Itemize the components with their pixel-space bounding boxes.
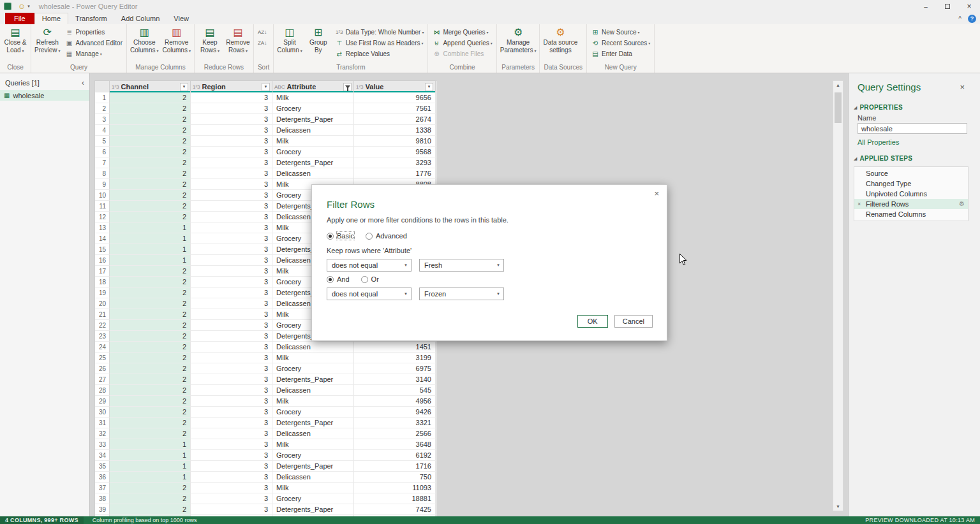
enter-data-button[interactable]: ▤Enter Data xyxy=(588,48,653,59)
row-number-cell[interactable]: 2 xyxy=(95,103,110,114)
row-number-cell[interactable]: 1 xyxy=(95,92,110,103)
cell-value[interactable]: 9656 xyxy=(354,92,436,103)
advanced-editor-button[interactable]: ▣Advanced Editor xyxy=(63,38,125,48)
close-load-button[interactable]: ▤Close &Load▾ xyxy=(1,25,29,55)
row-number-cell[interactable]: 38 xyxy=(95,493,110,504)
cell-region[interactable]: 3 xyxy=(191,504,272,515)
row-number-cell[interactable]: 28 xyxy=(95,385,110,396)
row-number-cell[interactable]: 7 xyxy=(95,157,110,168)
cell-channel[interactable]: 2 xyxy=(110,201,191,212)
cell-channel[interactable]: 2 xyxy=(110,418,191,428)
cell-channel[interactable]: 2 xyxy=(110,266,191,277)
applied-step-source[interactable]: Source xyxy=(854,168,968,178)
data-type-whole-number-button[interactable]: 1²3Data Type: Whole Number▾ xyxy=(332,27,427,38)
tab-file[interactable]: File xyxy=(5,13,34,24)
cell-channel[interactable]: 2 xyxy=(110,298,191,309)
cell-channel[interactable]: 2 xyxy=(110,396,191,407)
data-source-settings-button[interactable]: ⚙Data sourcesettings xyxy=(541,25,579,55)
vertical-scrollbar[interactable]: ▲ ▼ xyxy=(833,80,843,511)
cell-channel[interactable]: 2 xyxy=(110,353,191,363)
cell-region[interactable]: 3 xyxy=(191,136,272,147)
cell-attribute[interactable]: Grocery xyxy=(272,147,354,157)
step-settings-gear-icon[interactable]: ⚙ xyxy=(959,199,965,209)
cell-attribute[interactable]: Grocery xyxy=(272,363,354,374)
cell-region[interactable]: 3 xyxy=(191,222,272,233)
applied-step-renamed-columns[interactable]: Renamed Columns xyxy=(854,209,968,219)
new-source-button[interactable]: ⊞New Source▾ xyxy=(588,27,653,38)
cell-attribute[interactable]: Detergents_Paper xyxy=(272,157,354,168)
refresh-preview-button[interactable]: ⟳RefreshPreview▾ xyxy=(33,25,63,55)
applied-steps-section-header[interactable]: ◢ APPLIED STEPS xyxy=(854,155,912,162)
manage-parameters-button[interactable]: ⚙ManageParameters▾ xyxy=(498,25,538,55)
cell-channel[interactable]: 2 xyxy=(110,374,191,385)
combine-files-button[interactable]: ⊕Combine Files xyxy=(429,48,494,59)
row-number-cell[interactable]: 3 xyxy=(95,114,110,125)
basic-radio[interactable] xyxy=(327,233,334,240)
filter-dropdown-icon[interactable]: ▼ xyxy=(262,83,270,91)
collapse-pane-icon[interactable]: ‹ xyxy=(82,79,84,87)
cell-value[interactable]: 3293 xyxy=(354,157,436,168)
cell-channel[interactable]: 1 xyxy=(110,450,191,461)
cell-region[interactable]: 3 xyxy=(191,287,272,298)
cell-value[interactable]: 1776 xyxy=(354,168,436,179)
cell-value[interactable]: 18881 xyxy=(354,493,436,504)
number-type-icon[interactable]: 1²3 xyxy=(356,84,364,90)
cell-region[interactable]: 3 xyxy=(191,353,272,363)
cell-channel[interactable]: 2 xyxy=(110,168,191,179)
cell-channel[interactable]: 2 xyxy=(110,309,191,320)
number-type-icon[interactable]: 1²3 xyxy=(112,84,119,90)
cell-region[interactable]: 3 xyxy=(191,450,272,461)
cell-channel[interactable]: 1 xyxy=(110,222,191,233)
chevron-down-icon[interactable]: ▾ xyxy=(27,4,30,9)
row-number-cell[interactable]: 21 xyxy=(95,309,110,320)
minimize-button[interactable]: – xyxy=(915,0,937,13)
cell-value[interactable]: 2674 xyxy=(354,114,436,125)
cell-attribute[interactable]: Milk xyxy=(272,353,354,363)
cell-value[interactable]: 3199 xyxy=(354,353,436,363)
help-icon[interactable]: ? xyxy=(968,15,976,23)
row-number-cell[interactable]: 37 xyxy=(95,483,110,493)
basic-radio-label[interactable]: Basic xyxy=(337,232,354,240)
row-number-cell[interactable]: 26 xyxy=(95,363,110,374)
cell-channel[interactable]: 2 xyxy=(110,428,191,439)
column-header-region[interactable]: 1²3 Region ▼ xyxy=(191,81,272,92)
row-number-cell[interactable]: 10 xyxy=(95,190,110,201)
sort-ascending-button[interactable]: AZ↓ xyxy=(255,27,271,38)
tab-view[interactable]: View xyxy=(167,13,196,24)
query-settings-close-icon[interactable]: × xyxy=(960,82,965,92)
close-button[interactable]: × xyxy=(958,0,980,13)
tab-home[interactable]: Home xyxy=(34,13,68,24)
row-number-cell[interactable]: 24 xyxy=(95,342,110,353)
cell-region[interactable]: 3 xyxy=(191,147,272,157)
cell-region[interactable]: 3 xyxy=(191,363,272,374)
query-name-input[interactable] xyxy=(858,123,967,134)
cell-channel[interactable]: 2 xyxy=(110,287,191,298)
cell-region[interactable]: 3 xyxy=(191,439,272,450)
cell-value[interactable]: 750 xyxy=(354,472,436,483)
row-number-cell[interactable]: 4 xyxy=(95,125,110,136)
cell-region[interactable]: 3 xyxy=(191,472,272,483)
cell-value[interactable]: 6975 xyxy=(354,363,436,374)
cell-attribute[interactable]: Milk xyxy=(272,396,354,407)
row-number-cell[interactable]: 17 xyxy=(95,266,110,277)
cell-value[interactable]: 7561 xyxy=(354,103,436,114)
row-number-cell[interactable]: 35 xyxy=(95,461,110,472)
cell-region[interactable]: 3 xyxy=(191,374,272,385)
cell-attribute[interactable]: Grocery xyxy=(272,450,354,461)
cell-value[interactable]: 1451 xyxy=(354,342,436,353)
cell-attribute[interactable]: Delicassen xyxy=(272,125,354,136)
cell-attribute[interactable]: Detergents_Paper xyxy=(272,114,354,125)
cell-attribute[interactable]: Milk xyxy=(272,439,354,450)
row-number-cell[interactable]: 31 xyxy=(95,418,110,428)
column-header-channel[interactable]: 1²3 Channel ▼ xyxy=(110,81,191,92)
cell-region[interactable]: 3 xyxy=(191,320,272,331)
cell-region[interactable]: 3 xyxy=(191,233,272,244)
properties-section-header[interactable]: ◢ PROPERTIES xyxy=(854,104,903,111)
cell-attribute[interactable]: Detergents_Paper xyxy=(272,504,354,515)
scroll-thumb[interactable] xyxy=(835,92,842,123)
row-number-cell[interactable]: 15 xyxy=(95,244,110,255)
cell-channel[interactable]: 1 xyxy=(110,461,191,472)
sort-descending-button[interactable]: ZA↓ xyxy=(255,38,271,48)
filter-dropdown-icon[interactable]: ▼ xyxy=(180,83,188,91)
row-number-cell[interactable]: 25 xyxy=(95,353,110,363)
